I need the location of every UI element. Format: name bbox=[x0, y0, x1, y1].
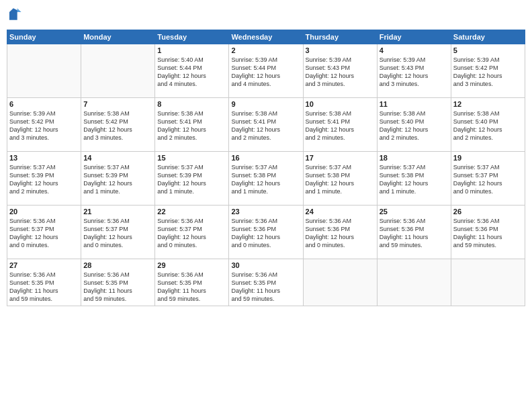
day-number: 18 bbox=[380, 154, 449, 162]
day-info: Sunrise: 5:36 AM Sunset: 5:35 PM Dayligh… bbox=[9, 271, 79, 304]
day-info: Sunrise: 5:38 AM Sunset: 5:40 PM Dayligh… bbox=[380, 109, 449, 142]
day-number: 28 bbox=[83, 261, 152, 269]
calendar-cell: 30Sunrise: 5:36 AM Sunset: 5:35 PM Dayli… bbox=[229, 259, 303, 306]
calendar-cell: 17Sunrise: 5:37 AM Sunset: 5:38 PM Dayli… bbox=[303, 152, 377, 205]
svg-marker-1 bbox=[17, 8, 21, 12]
logo bbox=[7, 7, 24, 24]
day-info: Sunrise: 5:37 AM Sunset: 5:38 PM Dayligh… bbox=[306, 163, 375, 196]
day-info: Sunrise: 5:39 AM Sunset: 5:43 PM Dayligh… bbox=[380, 56, 449, 89]
header bbox=[7, 7, 525, 24]
calendar-cell: 13Sunrise: 5:37 AM Sunset: 5:39 PM Dayli… bbox=[7, 152, 81, 205]
day-info: Sunrise: 5:39 AM Sunset: 5:42 PM Dayligh… bbox=[9, 109, 79, 142]
weekday-wednesday: Wednesday bbox=[229, 30, 303, 44]
day-info: Sunrise: 5:39 AM Sunset: 5:43 PM Dayligh… bbox=[306, 56, 375, 89]
weekday-monday: Monday bbox=[81, 30, 155, 44]
week-row-4: 20Sunrise: 5:36 AM Sunset: 5:37 PM Dayli… bbox=[7, 205, 525, 259]
calendar-cell: 4Sunrise: 5:39 AM Sunset: 5:43 PM Daylig… bbox=[377, 44, 451, 98]
day-number: 17 bbox=[306, 154, 375, 162]
day-number: 26 bbox=[453, 208, 523, 216]
day-info: Sunrise: 5:39 AM Sunset: 5:42 PM Dayligh… bbox=[453, 56, 523, 89]
day-info: Sunrise: 5:36 AM Sunset: 5:37 PM Dayligh… bbox=[9, 217, 79, 250]
weekday-saturday: Saturday bbox=[451, 30, 525, 44]
calendar-cell: 6Sunrise: 5:39 AM Sunset: 5:42 PM Daylig… bbox=[7, 98, 81, 152]
day-number: 13 bbox=[9, 154, 79, 162]
day-number: 25 bbox=[380, 208, 449, 216]
day-number: 4 bbox=[380, 46, 449, 54]
day-info: Sunrise: 5:38 AM Sunset: 5:40 PM Dayligh… bbox=[453, 109, 523, 142]
calendar-cell: 3Sunrise: 5:39 AM Sunset: 5:43 PM Daylig… bbox=[303, 44, 377, 98]
calendar-cell: 24Sunrise: 5:36 AM Sunset: 5:36 PM Dayli… bbox=[303, 205, 377, 259]
day-info: Sunrise: 5:37 AM Sunset: 5:39 PM Dayligh… bbox=[83, 163, 152, 196]
day-number: 8 bbox=[157, 100, 226, 108]
day-info: Sunrise: 5:36 AM Sunset: 5:36 PM Dayligh… bbox=[306, 217, 375, 250]
calendar-cell: 7Sunrise: 5:38 AM Sunset: 5:42 PM Daylig… bbox=[81, 98, 155, 152]
calendar-cell bbox=[377, 259, 451, 306]
calendar-cell: 19Sunrise: 5:37 AM Sunset: 5:37 PM Dayli… bbox=[451, 152, 525, 205]
day-info: Sunrise: 5:37 AM Sunset: 5:37 PM Dayligh… bbox=[453, 163, 523, 196]
day-info: Sunrise: 5:40 AM Sunset: 5:44 PM Dayligh… bbox=[157, 56, 226, 89]
day-number: 21 bbox=[83, 208, 152, 216]
day-number: 19 bbox=[453, 154, 523, 162]
weekday-thursday: Thursday bbox=[303, 30, 377, 44]
day-number: 23 bbox=[231, 208, 300, 216]
calendar-cell: 28Sunrise: 5:36 AM Sunset: 5:35 PM Dayli… bbox=[81, 259, 155, 306]
day-number: 15 bbox=[157, 154, 226, 162]
calendar-cell: 12Sunrise: 5:38 AM Sunset: 5:40 PM Dayli… bbox=[451, 98, 525, 152]
weekday-sunday: Sunday bbox=[7, 30, 81, 44]
calendar-cell: 27Sunrise: 5:36 AM Sunset: 5:35 PM Dayli… bbox=[7, 259, 81, 306]
page: SundayMondayTuesdayWednesdayThursdayFrid… bbox=[0, 0, 532, 411]
day-number: 3 bbox=[306, 46, 375, 54]
day-number: 30 bbox=[231, 261, 300, 269]
calendar-cell: 21Sunrise: 5:36 AM Sunset: 5:37 PM Dayli… bbox=[81, 205, 155, 259]
calendar-cell: 8Sunrise: 5:38 AM Sunset: 5:41 PM Daylig… bbox=[155, 98, 229, 152]
day-info: Sunrise: 5:37 AM Sunset: 5:39 PM Dayligh… bbox=[9, 163, 79, 196]
calendar-cell: 26Sunrise: 5:36 AM Sunset: 5:36 PM Dayli… bbox=[451, 205, 525, 259]
calendar-cell: 18Sunrise: 5:37 AM Sunset: 5:38 PM Dayli… bbox=[377, 152, 451, 205]
day-number: 9 bbox=[231, 100, 300, 108]
day-number: 2 bbox=[231, 46, 300, 54]
day-info: Sunrise: 5:36 AM Sunset: 5:37 PM Dayligh… bbox=[83, 217, 152, 250]
calendar-cell: 20Sunrise: 5:36 AM Sunset: 5:37 PM Dayli… bbox=[7, 205, 81, 259]
day-number: 1 bbox=[157, 46, 226, 54]
weekday-header-row: SundayMondayTuesdayWednesdayThursdayFrid… bbox=[7, 30, 525, 44]
day-number: 6 bbox=[9, 100, 79, 108]
calendar-cell bbox=[303, 259, 377, 306]
day-number: 29 bbox=[157, 261, 226, 269]
calendar-cell: 15Sunrise: 5:37 AM Sunset: 5:39 PM Dayli… bbox=[155, 152, 229, 205]
calendar-cell: 22Sunrise: 5:36 AM Sunset: 5:37 PM Dayli… bbox=[155, 205, 229, 259]
calendar-cell: 11Sunrise: 5:38 AM Sunset: 5:40 PM Dayli… bbox=[377, 98, 451, 152]
day-number: 16 bbox=[231, 154, 300, 162]
day-number: 12 bbox=[453, 100, 523, 108]
day-info: Sunrise: 5:37 AM Sunset: 5:38 PM Dayligh… bbox=[231, 163, 300, 196]
calendar-cell: 1Sunrise: 5:40 AM Sunset: 5:44 PM Daylig… bbox=[155, 44, 229, 98]
day-info: Sunrise: 5:38 AM Sunset: 5:42 PM Dayligh… bbox=[83, 109, 152, 142]
day-info: Sunrise: 5:39 AM Sunset: 5:44 PM Dayligh… bbox=[231, 56, 300, 89]
day-info: Sunrise: 5:36 AM Sunset: 5:35 PM Dayligh… bbox=[83, 271, 152, 304]
calendar-cell: 23Sunrise: 5:36 AM Sunset: 5:36 PM Dayli… bbox=[229, 205, 303, 259]
calendar-cell bbox=[81, 44, 155, 98]
day-number: 24 bbox=[306, 208, 375, 216]
day-info: Sunrise: 5:36 AM Sunset: 5:36 PM Dayligh… bbox=[231, 217, 300, 250]
day-info: Sunrise: 5:36 AM Sunset: 5:35 PM Dayligh… bbox=[157, 271, 226, 304]
day-number: 22 bbox=[157, 208, 226, 216]
day-info: Sunrise: 5:38 AM Sunset: 5:41 PM Dayligh… bbox=[157, 109, 226, 142]
day-number: 11 bbox=[380, 100, 449, 108]
logo-icon bbox=[7, 7, 22, 21]
day-info: Sunrise: 5:37 AM Sunset: 5:39 PM Dayligh… bbox=[157, 163, 226, 196]
calendar-cell: 14Sunrise: 5:37 AM Sunset: 5:39 PM Dayli… bbox=[81, 152, 155, 205]
day-info: Sunrise: 5:37 AM Sunset: 5:38 PM Dayligh… bbox=[380, 163, 449, 196]
day-info: Sunrise: 5:38 AM Sunset: 5:41 PM Dayligh… bbox=[306, 109, 375, 142]
day-number: 14 bbox=[83, 154, 152, 162]
calendar-cell: 2Sunrise: 5:39 AM Sunset: 5:44 PM Daylig… bbox=[229, 44, 303, 98]
day-info: Sunrise: 5:36 AM Sunset: 5:35 PM Dayligh… bbox=[231, 271, 300, 304]
day-info: Sunrise: 5:36 AM Sunset: 5:36 PM Dayligh… bbox=[380, 217, 449, 250]
day-number: 10 bbox=[306, 100, 375, 108]
weekday-tuesday: Tuesday bbox=[155, 30, 229, 44]
calendar-cell: 10Sunrise: 5:38 AM Sunset: 5:41 PM Dayli… bbox=[303, 98, 377, 152]
day-info: Sunrise: 5:36 AM Sunset: 5:37 PM Dayligh… bbox=[157, 217, 226, 250]
calendar-cell: 9Sunrise: 5:38 AM Sunset: 5:41 PM Daylig… bbox=[229, 98, 303, 152]
calendar-cell: 25Sunrise: 5:36 AM Sunset: 5:36 PM Dayli… bbox=[377, 205, 451, 259]
calendar-cell bbox=[451, 259, 525, 306]
calendar-cell bbox=[7, 44, 81, 98]
calendar-cell: 29Sunrise: 5:36 AM Sunset: 5:35 PM Dayli… bbox=[155, 259, 229, 306]
